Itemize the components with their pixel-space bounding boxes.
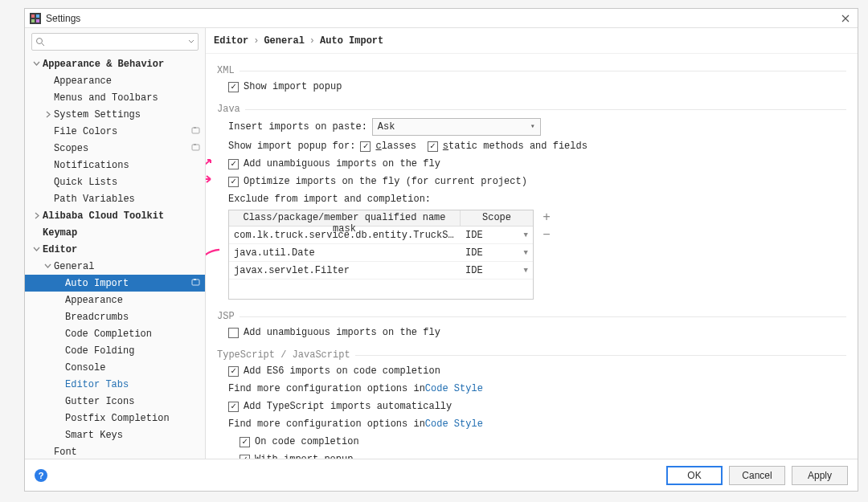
tree-row[interactable]: Appearance (25, 72, 205, 89)
tree-item-label: Editor Tabs (65, 379, 200, 390)
chevron-right-icon[interactable] (43, 110, 52, 120)
tree-row[interactable]: Console (25, 359, 205, 376)
optimize-imports-checkbox[interactable] (228, 177, 239, 187)
tree-item-label: Code Completion (65, 329, 200, 340)
window-title: Settings (46, 13, 838, 24)
tree-row[interactable]: Menus and Toolbars (25, 89, 205, 106)
project-scope-icon (191, 126, 200, 137)
cancel-button[interactable]: Cancel (729, 466, 785, 485)
search-field[interactable] (48, 35, 188, 48)
tree-row[interactable]: Smart Keys (25, 426, 205, 443)
tree-item-label: Gutter Icons (65, 396, 200, 407)
section-jsp: JSP (217, 311, 846, 322)
insert-imports-value: Ask (378, 120, 395, 134)
dialog-body: Appearance & BehaviorAppearanceMenus and… (25, 28, 858, 459)
search-dropdown-icon[interactable] (188, 39, 194, 45)
chevron-right-icon[interactable] (31, 211, 41, 221)
tree-row[interactable]: Code Folding (25, 342, 205, 359)
tree-item-label: Postfix Completion (65, 413, 200, 424)
static-checkbox[interactable] (428, 141, 438, 152)
crumb-auto-import: Auto Import (320, 35, 383, 47)
tree-row[interactable]: Editor Tabs (25, 376, 205, 393)
tree-row[interactable]: Postfix Completion (25, 410, 205, 426)
on-cc-checkbox[interactable] (240, 437, 250, 447)
tree-item-label: Appearance & Behavior (43, 59, 200, 70)
tree-row[interactable]: General (25, 258, 205, 275)
tree-row[interactable]: Editor (25, 241, 205, 258)
table-row[interactable]: javax.servlet.FilterIDE▼ (229, 262, 533, 280)
tree-row[interactable]: Auto Import (25, 275, 205, 292)
tree-arrow-placeholder (54, 346, 63, 356)
sidebar: Appearance & BehaviorAppearanceMenus and… (25, 28, 206, 459)
annotation-arrow-1 (206, 158, 215, 169)
settings-tree[interactable]: Appearance & BehaviorAppearanceMenus and… (25, 55, 205, 459)
add-unambig-label: Add unambiguous imports on the fly (244, 157, 440, 171)
exclude-col-scope: Scope (461, 210, 533, 226)
exclude-name-cell: com.lk.truck.service.db.entity.TruckStar… (229, 230, 461, 241)
ok-button[interactable]: OK (666, 466, 723, 485)
tree-row[interactable]: Alibaba Cloud Toolkit (25, 207, 205, 224)
tree-item-label: Font (54, 447, 200, 458)
with-popup-checkbox[interactable] (240, 455, 250, 459)
tree-row[interactable]: Gutter Icons (25, 393, 205, 410)
tree-row[interactable]: System Settings (25, 106, 205, 123)
code-style-link-1[interactable]: Code Style (425, 382, 483, 396)
tree-arrow-placeholder (43, 447, 52, 457)
chevron-down-icon: ▼ (524, 249, 528, 257)
exclude-remove-button[interactable]: − (538, 227, 555, 243)
ts-auto-checkbox[interactable] (228, 402, 239, 412)
svg-rect-9 (192, 145, 199, 150)
crumb-general: General (264, 35, 304, 47)
tree-row[interactable]: Notifications (25, 157, 205, 173)
tree-row[interactable]: Appearance (25, 292, 205, 308)
tree-row[interactable]: Keymap (25, 224, 205, 241)
tree-item-label: Menus and Toolbars (54, 92, 200, 104)
table-row[interactable]: com.lk.truck.service.db.entity.TruckStar… (229, 227, 533, 244)
close-icon[interactable] (838, 11, 853, 26)
tree-item-label: Quick Lists (54, 177, 200, 188)
settings-scroll[interactable]: XML Show import popup Java Insert import… (206, 54, 858, 459)
app-icon (30, 13, 41, 24)
table-row[interactable]: java.util.DateIDE▼ (229, 244, 533, 262)
chevron-down-icon[interactable] (43, 262, 52, 271)
tree-row[interactable]: Scopes (25, 140, 205, 157)
chevron-down-icon[interactable] (31, 245, 41, 255)
add-unambig-checkbox[interactable] (228, 159, 239, 169)
tree-arrow-placeholder (54, 279, 63, 288)
tree-item-label: File Colors (54, 126, 188, 137)
chevron-down-icon[interactable] (31, 59, 41, 69)
exclude-add-button[interactable]: + (538, 210, 555, 226)
tree-arrow-placeholder (54, 431, 63, 440)
code-style-link-2[interactable]: Code Style (425, 417, 483, 431)
help-icon[interactable]: ? (35, 469, 47, 482)
exclude-scope-cell[interactable]: IDE▼ (461, 247, 533, 259)
tree-arrow-placeholder (43, 194, 52, 204)
search-input[interactable] (31, 33, 199, 51)
tree-row[interactable]: Code Completion (25, 325, 205, 342)
insert-imports-select[interactable]: Ask ▾ (372, 118, 541, 136)
exclude-scope-cell[interactable]: IDE▼ (461, 265, 533, 276)
svg-line-6 (42, 43, 44, 46)
insert-imports-label: Insert imports on paste: (228, 120, 367, 134)
exclude-name-cell: javax.servlet.Filter (229, 265, 461, 276)
tree-item-label: Smart Keys (65, 430, 200, 441)
tree-row[interactable]: Font (25, 443, 205, 459)
tree-row[interactable]: Breadcrumbs (25, 308, 205, 325)
tree-arrow-placeholder (43, 178, 52, 187)
tree-arrow-placeholder (43, 127, 52, 137)
es6-checkbox[interactable] (228, 366, 239, 377)
tree-arrow-placeholder (43, 76, 52, 86)
tree-row[interactable]: Path Variables (25, 190, 205, 207)
tree-row[interactable]: Appearance & Behavior (25, 55, 205, 72)
tree-item-label: Notifications (54, 160, 200, 171)
dialog-footer: ? OK Cancel Apply (25, 459, 858, 491)
exclude-scope-cell[interactable]: IDE▼ (461, 230, 533, 241)
optimize-imports-label: Optimize imports on the fly (for current… (244, 174, 527, 189)
apply-button[interactable]: Apply (792, 466, 848, 485)
classes-checkbox[interactable] (360, 141, 371, 152)
xml-show-popup-checkbox[interactable] (228, 82, 239, 92)
jsp-add-unambig-checkbox[interactable] (228, 328, 239, 338)
tree-row[interactable]: Quick Lists (25, 173, 205, 190)
tree-arrow-placeholder (54, 296, 63, 305)
tree-row[interactable]: File Colors (25, 123, 205, 140)
